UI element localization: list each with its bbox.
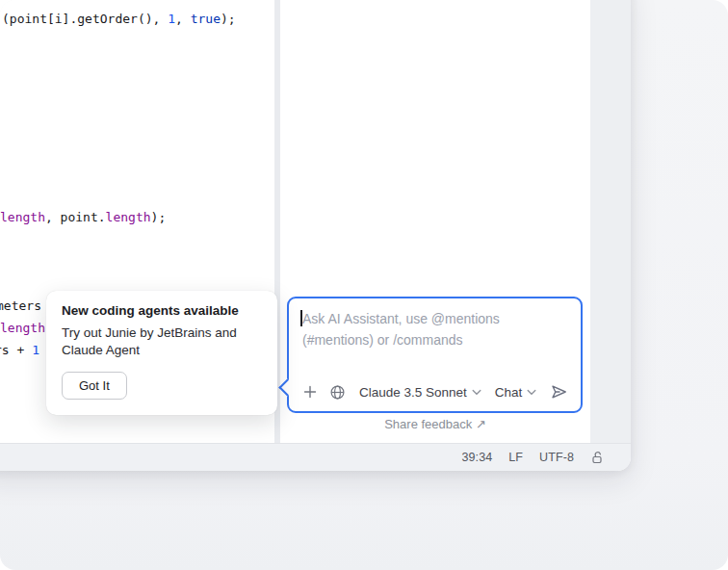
send-icon[interactable]: [550, 383, 568, 401]
globe-icon[interactable]: [329, 384, 346, 401]
notification-popup: New coding agents available Try out Juni…: [46, 291, 277, 415]
window-right-gutter: [590, 0, 631, 443]
notification-title: New coding agents available: [62, 303, 262, 318]
code-line: length, point.length);: [0, 210, 166, 225]
code-line: rs + 1: [0, 343, 39, 358]
code-line: meters: [0, 298, 41, 314]
plus-icon[interactable]: [302, 384, 318, 400]
chevron-down-icon: [527, 389, 536, 396]
line-separator-widget[interactable]: LF: [508, 451, 523, 464]
model-selector[interactable]: Claude 3.5 Sonnet: [359, 385, 481, 400]
code-line: length: [0, 321, 45, 336]
ai-input-toolbar: Claude 3.5 Sonnet Chat: [302, 382, 568, 402]
screenshot-card: (point[i].getOrder(), 1, true); length, …: [0, 0, 728, 570]
ai-chat-input[interactable]: Ask AI Assistant, use @mentions (#mentio…: [287, 297, 583, 413]
notification-body: Try out Junie by JetBrains and Claude Ag…: [62, 324, 254, 359]
caret-position-widget[interactable]: 39:34: [462, 451, 493, 464]
share-feedback-link[interactable]: Share feedback ↗: [280, 417, 590, 431]
mode-selector-label: Chat: [495, 385, 523, 400]
status-bar: 39:34 LF UTF-8: [0, 443, 631, 471]
unlocked-icon[interactable]: [590, 451, 605, 465]
encoding-widget[interactable]: UTF-8: [539, 451, 574, 464]
ai-input-placeholder: Ask AI Assistant, use @mentions (#mentio…: [302, 309, 545, 350]
chevron-down-icon: [472, 389, 481, 396]
code-line: (point[i].getOrder(), 1, true);: [2, 12, 236, 27]
got-it-button[interactable]: Got It: [62, 372, 127, 400]
model-selector-label: Claude 3.5 Sonnet: [359, 385, 467, 400]
mode-selector[interactable]: Chat: [495, 385, 537, 400]
